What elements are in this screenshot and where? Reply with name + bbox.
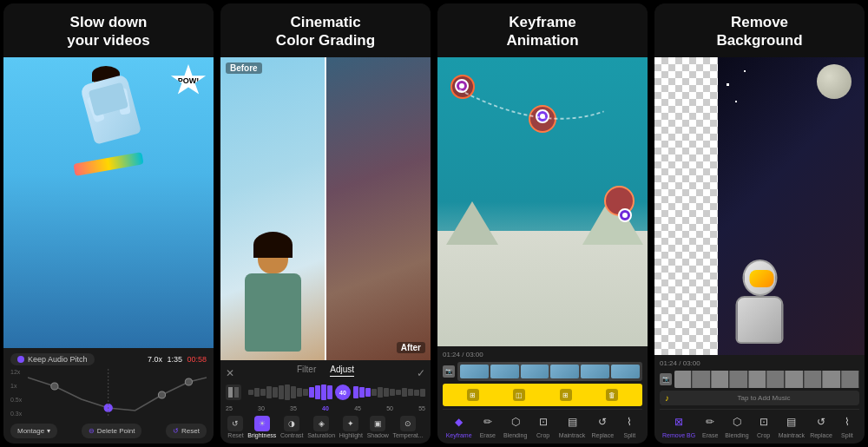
remove-bg-button[interactable]: ⊠ Remove BG [662, 412, 695, 438]
timeline-cam-icon: 📷 [443, 365, 455, 378]
maintrack-tool-button-4[interactable]: ▤ Maintrack [779, 412, 805, 438]
erase-tool-button-4[interactable]: ✏ Erase [700, 412, 720, 438]
strip-8 [805, 371, 822, 388]
strip-10 [842, 371, 859, 388]
time-label-4: 01:24 / 03:00 [660, 359, 859, 367]
reset-label: Reset [181, 427, 200, 435]
strip-2 [693, 371, 710, 388]
keyframe-bottom-buttons: ◆ Keyframe ✏ Erase ⬡ Blending ⊡ Crop ▤ M… [443, 409, 642, 441]
brightness-tool[interactable]: ☀ Brightness [247, 416, 276, 438]
tab-filter[interactable]: Filter [297, 365, 316, 377]
erase-icon-4: ✏ [700, 412, 720, 431]
snowboard-scene [437, 57, 648, 346]
reset-tool[interactable]: ↺ Reset [227, 416, 243, 438]
split-tool-button[interactable]: ⌇ Split [620, 412, 639, 438]
card-image-slow-down: POW! [3, 57, 214, 348]
slider-num-55: 55 [418, 405, 425, 411]
highlight-icon-shape: ✦ [343, 416, 358, 431]
person-face [258, 239, 288, 273]
yellow-icon-1: ⊞ [467, 389, 479, 401]
crop-icon-4: ⊡ [754, 412, 773, 431]
remove-bg-bottom-buttons: ⊠ Remove BG ✏ Erase ⬡ Blending ⊡ Crop ▤ … [660, 409, 859, 441]
card2-bottom-icons: ↺ Reset ☀ Brightness ◑ Contrast ◈ Satura… [226, 413, 425, 441]
after-section [326, 57, 431, 360]
keyframe-dot-1 [455, 79, 469, 93]
replace-tool-button-4[interactable]: ↺ Replace [810, 412, 832, 438]
slider-num-35: 35 [290, 405, 297, 411]
card-title-keyframe: Keyframe Animation [437, 3, 648, 57]
person-before [239, 239, 308, 360]
slider-num-50: 50 [386, 405, 393, 411]
blending-icon: ⬡ [506, 412, 525, 431]
keyframe-icon: ◆ [450, 412, 469, 431]
before-section [220, 57, 326, 360]
x-button[interactable]: ✕ [226, 367, 234, 379]
delete-point-button[interactable]: ⊖ Delete Point [82, 424, 142, 438]
timeline-area-4: 📷 [660, 371, 859, 388]
contrast-icon-shape: ◑ [284, 416, 299, 431]
time-label: 01:24 / 03:00 [443, 351, 642, 358]
reset-button[interactable]: ↺ Reset [166, 424, 207, 438]
split-tool-button-4[interactable]: ⌇ Split [838, 412, 857, 438]
blending-tool-button[interactable]: ⬡ Blending [503, 412, 527, 438]
tab-adjust[interactable]: Adjust [330, 365, 354, 377]
astronaut-visor [749, 270, 773, 287]
card-image-color-grading: Before After [220, 57, 431, 360]
crop-tool-button[interactable]: ⊡ Crop [534, 412, 553, 438]
yellow-timeline-bar: ⊞ ◫ ⊞ 🗑 [443, 384, 642, 406]
yellow-icon-3: ⊞ [560, 389, 572, 401]
crop-tool-button-4[interactable]: ⊡ Crop [754, 412, 773, 438]
blending-tool-button-4[interactable]: ⬡ Blending [725, 412, 748, 438]
pow-bubble: POW! [170, 64, 207, 97]
shadow-icon-shape: ▣ [370, 416, 385, 431]
filter-tabs: Filter Adjust [297, 365, 354, 377]
music-bar[interactable]: ♪ Tap to Add Music [660, 391, 859, 405]
temperature-tool[interactable]: ⊙ Temperat... [393, 416, 424, 438]
brightness-value: 40 [335, 385, 351, 400]
color-grading-background: Before After [220, 57, 431, 360]
clip-2 [490, 365, 519, 378]
saturation-icon-shape: ◈ [313, 416, 329, 431]
reset-icon-shape: ↺ [227, 416, 243, 431]
shadow-tool[interactable]: ▣ Shadow [367, 416, 389, 438]
clip-1 [460, 365, 489, 378]
saturation-tool[interactable]: ◈ Saturation [307, 416, 335, 438]
montage-label: Montage [17, 427, 44, 435]
strip-9 [823, 371, 840, 388]
highlight-tool[interactable]: ✦ Highlight [339, 416, 363, 438]
keyframe-tool-button[interactable]: ◆ Keyframe [446, 412, 472, 438]
svg-rect-6 [234, 387, 239, 398]
minus-circle-icon: ⊖ [89, 427, 95, 435]
keyframe-dot-2 [536, 109, 549, 123]
before-after-toggle[interactable] [226, 385, 241, 400]
timeline-cam-4: 📷 [660, 373, 672, 385]
montage-button[interactable]: Montage ▾ [10, 424, 57, 438]
speed-times: 7.0x 1:35 00:58 [145, 355, 207, 364]
timeline-area: 📷 [443, 362, 642, 381]
svg-rect-5 [228, 387, 233, 398]
person-hair [253, 232, 293, 258]
remove-bg-icon: ⊠ [669, 412, 688, 431]
slider-num-30: 30 [258, 405, 265, 411]
slider-num-45: 45 [354, 405, 361, 411]
check-button[interactable]: ✓ [417, 367, 425, 379]
slider-num-40: 40 [322, 405, 329, 411]
slow-down-controls: Keep Audio Pitch 7.0x 1:35 00:58 12x 1x … [3, 348, 214, 444]
card-image-keyframe [437, 57, 648, 346]
keyframe-dot-3 [618, 208, 632, 222]
strip-7 [786, 371, 803, 388]
astronaut-suit [736, 296, 784, 344]
chevron-down-icon: ▾ [47, 427, 50, 435]
clip-5 [581, 365, 609, 378]
slow-down-background: POW! [3, 57, 214, 348]
slider-num-25: 25 [226, 405, 233, 411]
skater-figure [69, 70, 148, 174]
replace-tool-button[interactable]: ↺ Replace [591, 412, 614, 438]
erase-tool-button[interactable]: ✏ Erase [478, 412, 497, 438]
speed-graph: 12x 1x 0.5x 0.3x [10, 369, 207, 417]
maintrack-tool-button[interactable]: ▤ Maintrack [559, 412, 585, 438]
contrast-tool[interactable]: ◑ Contrast [280, 416, 303, 438]
yellow-icon-2: ◫ [513, 389, 525, 401]
moon [817, 64, 852, 99]
skater-body [80, 74, 141, 145]
